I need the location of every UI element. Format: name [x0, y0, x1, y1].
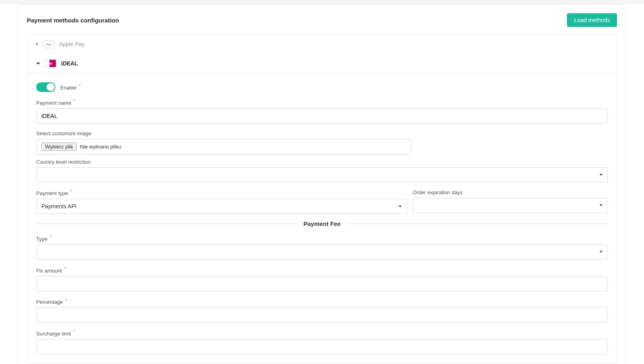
country-restriction-select[interactable] — [36, 167, 608, 183]
enable-row: Enable * — [36, 82, 608, 92]
payment-name-label: Payment name — [36, 100, 71, 106]
panel-header: Payment methods configuration Load metho… — [27, 13, 617, 27]
payment-fee-legend: Payment Fee — [298, 220, 346, 227]
fee-type-select[interactable] — [36, 244, 608, 260]
required-icon: * — [64, 266, 66, 271]
payment-type-value: Payments API — [41, 203, 77, 209]
choose-file-button[interactable]: Wybierz plik — [41, 142, 77, 151]
customize-image-label: Select customize image — [36, 130, 91, 136]
payment-type-select[interactable]: Payments API — [36, 199, 407, 214]
payment-type-label: Payment type — [36, 190, 68, 196]
payment-methods-panel: Payment methods configuration Load metho… — [18, 4, 626, 364]
method-label: iDEAL — [61, 60, 78, 67]
required-icon: * — [74, 329, 75, 334]
fee-type-label: Type — [36, 236, 47, 242]
chevron-down-icon — [599, 204, 603, 206]
method-row-ideal[interactable]: iD iDEAL — [27, 54, 617, 73]
order-expiration-label: Order expiration days — [413, 189, 462, 195]
method-row-applepay[interactable]: Pay Apple Pay — [27, 35, 617, 54]
required-icon: * — [65, 298, 67, 303]
method-body-ideal: Enable * Payment name * Select customize… — [27, 73, 617, 363]
panel-title: Payment methods configuration — [27, 17, 119, 24]
required-icon: * — [50, 234, 51, 239]
load-methods-button[interactable]: Load methods — [567, 13, 617, 27]
country-restriction-label: Country level restriction — [36, 159, 91, 165]
chevron-down-icon — [599, 251, 603, 253]
ideal-logo-icon: iD — [45, 59, 56, 67]
chevron-down-icon — [599, 174, 603, 176]
file-status-text: Nie wybrano pliku — [80, 144, 121, 150]
surcharge-limit-input[interactable] — [36, 339, 608, 354]
method-label: Apple Pay — [59, 41, 85, 47]
customize-image-file-input[interactable]: Wybierz plik Nie wybrano pliku — [36, 139, 412, 155]
caret-down-icon — [36, 63, 40, 65]
chevron-down-icon — [399, 205, 402, 207]
enable-label: Enable — [60, 85, 76, 91]
enable-toggle[interactable] — [36, 82, 55, 92]
required-icon: * — [79, 83, 80, 88]
fix-amount-input[interactable] — [36, 276, 608, 291]
payment-name-input[interactable] — [36, 108, 608, 124]
order-expiration-select[interactable] — [413, 198, 608, 213]
required-icon: * — [74, 98, 75, 103]
percentage-label: Percentage — [36, 299, 63, 305]
fix-amount-label: Fix amount — [36, 268, 62, 274]
payment-fee-divider: Payment Fee — [36, 220, 608, 227]
applepay-logo-icon: Pay — [43, 40, 54, 48]
required-icon: * — [70, 189, 72, 194]
methods-list: Pay Apple Pay iD iDEAL Enable * Payment … — [27, 34, 617, 364]
caret-right-icon — [36, 43, 38, 46]
surcharge-limit-label: Surcharge limit — [36, 331, 71, 337]
percentage-input[interactable] — [36, 307, 608, 323]
